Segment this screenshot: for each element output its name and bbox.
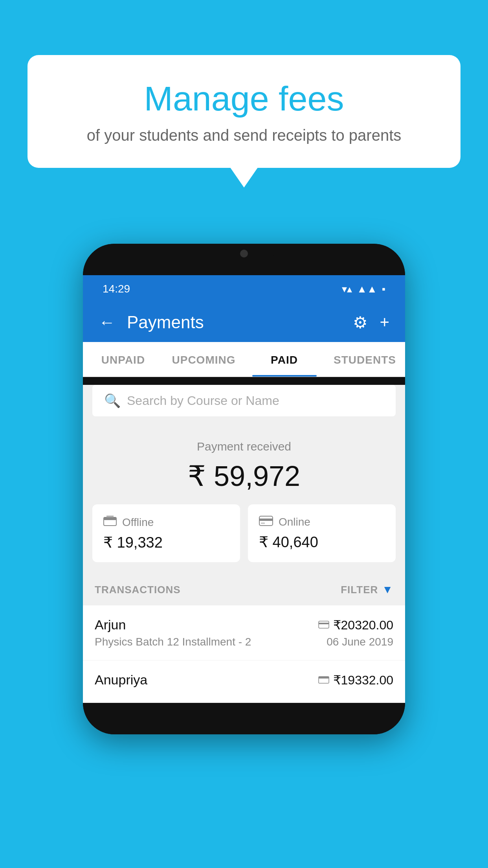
search-bar[interactable]: 🔍 Search by Course or Name [92, 385, 396, 416]
tab-paid[interactable]: PAID [244, 342, 325, 377]
bubble-title: Manage fees [59, 79, 429, 119]
online-icon [259, 515, 273, 529]
svg-rect-6 [319, 621, 329, 628]
transactions-header: TRANSACTIONS FILTER ▼ [83, 574, 405, 605]
svg-rect-2 [113, 520, 115, 522]
svg-rect-5 [261, 522, 265, 524]
screen-content: 🔍 Search by Course or Name Payment recei… [83, 385, 405, 703]
offline-icon [103, 515, 117, 529]
phone-screen: 14:29 ▾▴ ▲▲ ▪ ← Payments ⚙ + UNPAID [83, 275, 405, 703]
promo-section: Manage fees of your students and send re… [28, 55, 460, 168]
front-camera [240, 250, 248, 257]
signal-icon: ▲▲ [357, 283, 377, 295]
offline-payment-card: Offline ₹ 19,332 [92, 504, 240, 562]
offline-label: Offline [122, 516, 154, 529]
svg-rect-4 [259, 519, 273, 521]
offline-amount: ₹ 19,332 [103, 534, 229, 551]
transaction-date: 06 June 2019 [327, 636, 393, 648]
tab-upcoming[interactable]: UPCOMING [163, 342, 244, 377]
svg-rect-9 [319, 677, 329, 679]
transaction-amount: ₹20320.00 [333, 618, 393, 633]
payment-received-label: Payment received [92, 440, 396, 453]
transaction-amount-wrap: ₹20320.00 [318, 618, 393, 633]
settings-button[interactable]: ⚙ [353, 313, 368, 332]
svg-rect-1 [104, 517, 116, 520]
filter-icon: ▼ [382, 583, 393, 596]
transaction-top: Arjun ₹20320.00 [95, 617, 393, 633]
transaction-row[interactable]: Arjun ₹20320.00 [83, 605, 405, 660]
phone-mockup: 14:29 ▾▴ ▲▲ ▪ ← Payments ⚙ + UNPAID [83, 244, 405, 734]
transactions-label: TRANSACTIONS [95, 584, 181, 596]
payment-received-amount: ₹ 59,972 [92, 460, 396, 493]
transaction-row[interactable]: Anupriya ₹19332.00 [83, 660, 405, 703]
status-bar: 14:29 ▾▴ ▲▲ ▪ [83, 275, 405, 303]
phone-notch [213, 244, 275, 263]
phone-frame: 14:29 ▾▴ ▲▲ ▪ ← Payments ⚙ + UNPAID [83, 244, 405, 734]
online-payment-card: Online ₹ 40,640 [248, 504, 396, 562]
back-button[interactable]: ← [99, 313, 115, 332]
payment-cards-row: Offline ₹ 19,332 [83, 504, 405, 574]
header-actions: ⚙ + [353, 313, 389, 332]
online-card-header: Online [259, 515, 385, 529]
bubble-subtitle: of your students and send receipts to pa… [59, 127, 429, 144]
status-time: 14:29 [103, 283, 130, 295]
transaction-bottom: Physics Batch 12 Installment - 2 06 June… [95, 636, 393, 648]
online-amount: ₹ 40,640 [259, 533, 385, 551]
transaction-amount: ₹19332.00 [333, 673, 393, 688]
tab-students[interactable]: STUDENTS [325, 342, 405, 377]
tab-unpaid[interactable]: UNPAID [83, 342, 163, 377]
phone-top-frame [83, 244, 405, 275]
offline-mode-icon [318, 674, 329, 686]
phone-bottom-frame [83, 703, 405, 734]
speech-bubble: Manage fees of your students and send re… [28, 55, 460, 168]
search-icon: 🔍 [104, 393, 121, 408]
transaction-course: Physics Batch 12 Installment - 2 [95, 636, 251, 648]
transaction-amount-wrap: ₹19332.00 [318, 673, 393, 688]
battery-icon: ▪ [382, 283, 385, 295]
search-input[interactable]: Search by Course or Name [127, 394, 279, 408]
payment-received-section: Payment received ₹ 59,972 [83, 424, 405, 504]
app-header: ← Payments ⚙ + [83, 303, 405, 342]
transaction-name: Anupriya [95, 672, 147, 688]
page-title: Payments [127, 313, 341, 332]
offline-card-header: Offline [103, 515, 229, 529]
svg-rect-7 [319, 623, 329, 624]
add-button[interactable]: + [380, 313, 389, 332]
transaction-top: Anupriya ₹19332.00 [95, 672, 393, 688]
filter-button[interactable]: FILTER ▼ [341, 583, 393, 596]
wifi-icon: ▾▴ [342, 283, 352, 295]
transaction-name: Arjun [95, 617, 126, 633]
online-mode-icon [318, 619, 329, 631]
tabs-bar: UNPAID UPCOMING PAID STUDENTS [83, 342, 405, 377]
online-label: Online [279, 516, 310, 528]
status-icons: ▾▴ ▲▲ ▪ [342, 283, 385, 295]
